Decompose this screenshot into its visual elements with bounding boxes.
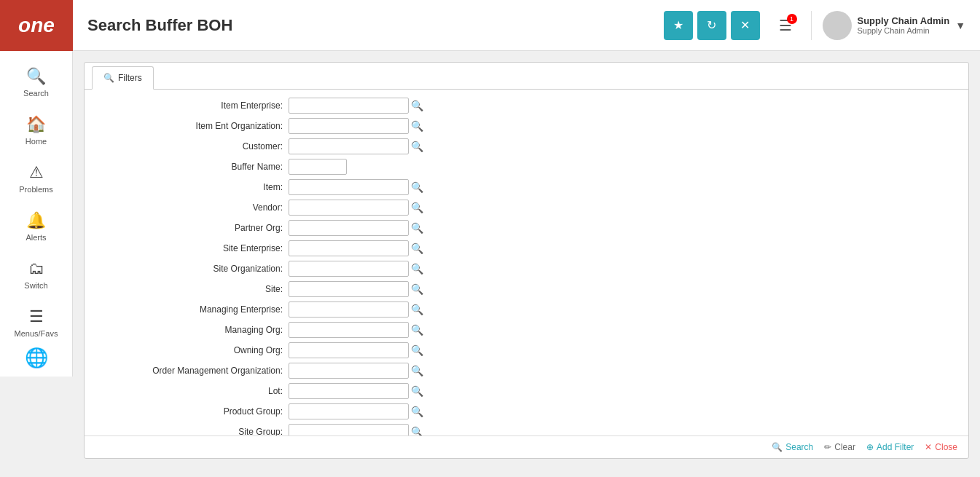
label-customer: Customer: <box>99 141 289 151</box>
input-wrap-customer: 🔍 <box>289 138 423 154</box>
search-lookup-icon-site-organization[interactable]: 🔍 <box>411 263 423 275</box>
search-btn-icon: 🔍 <box>772 442 783 452</box>
input-product-group[interactable] <box>289 403 409 419</box>
label-item-ent-org: Item Ent Organization: <box>99 121 289 131</box>
input-wrap-lot: 🔍 <box>289 383 423 399</box>
label-buffer-name: Buffer Name: <box>99 162 289 172</box>
input-wrap-site-organization: 🔍 <box>289 261 423 277</box>
tab-filters-label: Filters <box>118 73 142 83</box>
close-filter-button[interactable]: ✕ Close <box>925 442 957 452</box>
user-info: Supply Chain Admin Supply Chain Admin <box>858 15 950 35</box>
label-managing-org: Managing Org: <box>99 325 289 335</box>
filter-row-item-enterprise: Item Enterprise: 🔍 <box>99 97 954 114</box>
search-lookup-icon-lot[interactable]: 🔍 <box>411 385 423 397</box>
label-site-group: Site Group: <box>99 427 289 435</box>
input-item[interactable] <box>289 179 409 195</box>
input-owning-org[interactable] <box>289 342 409 358</box>
star-button[interactable]: ★ <box>664 11 693 40</box>
sidebar-item-problems[interactable]: ⚠ Problems <box>0 154 72 202</box>
input-managing-enterprise[interactable] <box>289 301 409 318</box>
filter-row-managing-enterprise: Managing Enterprise: 🔍 <box>99 301 954 318</box>
input-item-enterprise[interactable] <box>289 98 409 114</box>
search-lookup-icon-managing-enterprise[interactable]: 🔍 <box>411 304 423 315</box>
filter-row-site-organization: Site Organization: 🔍 <box>99 260 954 277</box>
label-managing-enterprise: Managing Enterprise: <box>99 304 289 315</box>
label-product-group: Product Group: <box>99 406 289 417</box>
sidebar-item-label: Menus/Favs <box>15 329 58 338</box>
input-wrap-item-enterprise: 🔍 <box>289 98 423 114</box>
home-icon: 🏠 <box>26 115 46 134</box>
input-wrap-item: 🔍 <box>289 179 423 195</box>
input-partner-org[interactable] <box>289 220 409 236</box>
search-btn-label: Search <box>785 442 813 452</box>
label-owning-org: Owning Org: <box>99 345 289 355</box>
label-vendor: Vendor: <box>99 202 289 213</box>
search-lookup-icon-site[interactable]: 🔍 <box>411 283 423 295</box>
search-lookup-icon-product-group[interactable]: 🔍 <box>411 406 423 417</box>
input-vendor[interactable] <box>289 200 409 216</box>
switch-icon: 🗂 <box>28 259 44 278</box>
logo: one <box>0 0 73 51</box>
input-order-mgmt-org[interactable] <box>289 363 409 379</box>
input-wrap-site-group: 🔍 <box>289 424 423 435</box>
close-tab-button[interactable]: ✕ <box>731 11 760 40</box>
input-customer[interactable] <box>289 138 409 154</box>
input-site-organization[interactable] <box>289 261 409 277</box>
filter-row-site-group: Site Group: 🔍 <box>99 423 954 435</box>
chevron-down-icon[interactable]: ▼ <box>955 20 965 31</box>
refresh-button[interactable]: ↻ <box>697 11 726 40</box>
user-role: Supply Chain Admin <box>858 26 950 35</box>
sidebar-item-menus[interactable]: ☰ Menus/Favs <box>0 299 72 347</box>
globe-icon: 🌐 <box>25 347 48 368</box>
search-lookup-icon-site-enterprise[interactable]: 🔍 <box>411 243 423 254</box>
input-item-ent-org[interactable] <box>289 118 409 134</box>
filter-row-lot: Lot: 🔍 <box>99 382 954 400</box>
sidebar-bottom[interactable]: 🌐 <box>25 347 48 369</box>
search-lookup-icon-item-enterprise[interactable]: 🔍 <box>411 100 423 111</box>
search-lookup-icon-partner-org[interactable]: 🔍 <box>411 222 423 234</box>
label-site-enterprise: Site Enterprise: <box>99 243 289 253</box>
input-wrap-managing-enterprise: 🔍 <box>289 301 423 318</box>
search-button[interactable]: 🔍 Search <box>772 442 813 452</box>
avatar <box>823 11 852 40</box>
close-filter-icon: ✕ <box>925 442 932 452</box>
search-lookup-icon-item-ent-org[interactable]: 🔍 <box>411 120 423 132</box>
sidebar-item-switch[interactable]: 🗂 Switch <box>0 251 72 299</box>
input-site-group[interactable] <box>289 424 409 435</box>
tab-filters[interactable]: 🔍 Filters <box>92 66 154 90</box>
input-wrap-item-ent-org: 🔍 <box>289 118 423 134</box>
filter-row-owning-org: Owning Org: 🔍 <box>99 342 954 359</box>
label-order-mgmt-org: Order Management Organization: <box>99 366 289 376</box>
input-wrap-site-enterprise: 🔍 <box>289 240 423 256</box>
input-lot[interactable] <box>289 383 409 399</box>
input-buffer-name[interactable] <box>289 159 347 175</box>
search-lookup-icon-vendor[interactable]: 🔍 <box>411 202 423 213</box>
search-lookup-icon-site-group[interactable]: 🔍 <box>411 426 423 435</box>
filter-row-vendor: Vendor: 🔍 <box>99 199 954 216</box>
menu-button[interactable]: ☰ 1 <box>771 11 800 40</box>
add-filter-button[interactable]: ⊕ Add Filter <box>866 442 914 452</box>
input-managing-org[interactable] <box>289 322 409 338</box>
input-site-enterprise[interactable] <box>289 240 409 256</box>
search-lookup-icon-owning-org[interactable]: 🔍 <box>411 344 423 356</box>
search-lookup-icon-order-mgmt-org[interactable]: 🔍 <box>411 365 423 377</box>
sidebar-item-search[interactable]: 🔍 Search <box>0 58 72 106</box>
filter-row-site: Site: 🔍 <box>99 280 954 298</box>
add-filter-label: Add Filter <box>877 442 914 452</box>
clear-button[interactable]: ✏ Clear <box>824 442 855 452</box>
search-lookup-icon-managing-org[interactable]: 🔍 <box>411 324 423 336</box>
search-lookup-icon-item[interactable]: 🔍 <box>411 181 423 193</box>
sidebar-item-label: Alerts <box>26 233 46 242</box>
search-lookup-icon-customer[interactable]: 🔍 <box>411 141 423 152</box>
sidebar-item-alerts[interactable]: 🔔 Alerts <box>0 202 72 251</box>
filter-tabs: 🔍 Filters <box>85 63 968 90</box>
clear-btn-icon: ✏ <box>824 442 831 452</box>
label-site-organization: Site Organization: <box>99 264 289 274</box>
sidebar-item-label: Problems <box>19 185 52 194</box>
sidebar-item-home[interactable]: 🏠 Home <box>0 106 72 154</box>
input-site[interactable] <box>289 281 409 297</box>
warning-icon: ⚠ <box>29 163 44 182</box>
content-area: 🔍 Filters Item Enterprise: 🔍 Item Ent Or… <box>73 51 980 477</box>
input-wrap-order-mgmt-org: 🔍 <box>289 363 423 379</box>
filter-row-managing-org: Managing Org: 🔍 <box>99 321 954 339</box>
